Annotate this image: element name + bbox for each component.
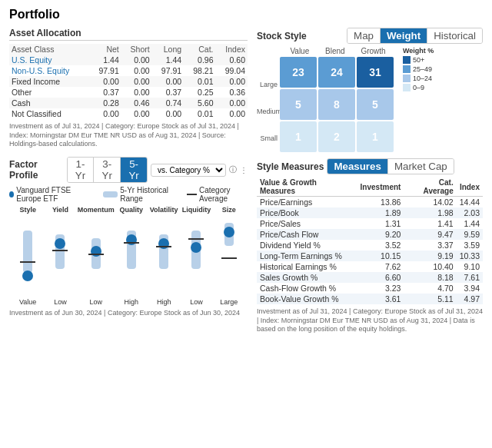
asset-row-long: 0.00 xyxy=(152,108,184,119)
weight-label: 0–9 xyxy=(413,84,424,91)
asset-row-long: 0.74 xyxy=(152,98,184,108)
weight-label: 50+ xyxy=(413,56,424,64)
col-labels: Value Blend Growth xyxy=(257,47,394,55)
asset-row-long: 1.44 xyxy=(152,55,184,65)
measures-col-name: Value & Growth Measures xyxy=(257,178,357,197)
factor-cat-line xyxy=(20,261,35,263)
measure-cat-avg: 1.98 xyxy=(404,207,456,218)
weight-swatch xyxy=(403,84,411,91)
asset-row-index: 0.00 xyxy=(216,98,248,108)
measures-row: Dividend Yield % 3.52 3.37 3.59 xyxy=(257,240,483,251)
measure-name: Historical Earnings % xyxy=(257,261,357,272)
style-measures-header: Style Measures Measures Market Cap xyxy=(257,158,483,174)
asset-row-name: Cash xyxy=(9,98,89,108)
tab-historical[interactable]: Historical xyxy=(427,28,482,43)
legend-cat-label: Category Average xyxy=(199,186,248,203)
asset-row-index: 0.36 xyxy=(216,87,248,98)
measures-row: Price/Book 1.89 1.98 2.03 xyxy=(257,207,483,218)
grid-with-row-labels: Large Medium Small 232431585121 xyxy=(257,57,394,152)
factor-3yr-button[interactable]: 3-Yr xyxy=(94,158,121,182)
asset-row-index: 0.60 xyxy=(216,55,248,65)
measures-tabs: Measures Market Cap xyxy=(327,158,454,174)
asset-row-net: 0.28 xyxy=(89,98,121,108)
measure-name: Price/Earnings xyxy=(257,197,357,208)
measure-investment: 3.23 xyxy=(357,283,404,294)
measure-investment: 10.15 xyxy=(357,251,404,261)
tab-map[interactable]: Map xyxy=(347,28,381,43)
legend-cat: Category Average xyxy=(187,186,248,203)
asset-row-cat: 98.21 xyxy=(184,65,215,76)
factor-menu-icon[interactable]: ⋮ xyxy=(240,166,248,174)
legend-range-label: 5-Yr Historical Range xyxy=(120,186,178,203)
measure-index: 9.59 xyxy=(457,229,483,240)
style-grid-cell: 1 xyxy=(357,121,394,152)
measures-row: Long-Term Earnings % 10.15 9.19 10.33 xyxy=(257,251,483,261)
factor-cat-line xyxy=(221,257,237,259)
tab-measures[interactable]: Measures xyxy=(327,159,388,174)
asset-row-net: 1.44 xyxy=(89,55,121,65)
measure-index: 14.44 xyxy=(457,197,483,208)
asset-row-short: 0.46 xyxy=(121,98,152,108)
factor-1yr-button[interactable]: 1-Yr xyxy=(68,158,95,182)
factor-col-bot-label: Large xyxy=(220,298,238,306)
measure-cat-avg: 4.70 xyxy=(404,283,456,294)
weight-label: 10–24 xyxy=(413,75,432,82)
asset-row-name: Not Classified xyxy=(9,108,89,119)
style-grid-cell: 5 xyxy=(280,89,317,120)
factor-cat-line xyxy=(124,242,139,244)
factor-col-top-label: Size xyxy=(222,206,236,214)
asset-row-name: U.S. Equity xyxy=(9,55,89,65)
factor-col-bot-label: Low xyxy=(54,298,67,306)
factor-col-liquidity: LiquidityLow xyxy=(181,206,211,306)
asset-row-net: 97.91 xyxy=(89,65,121,76)
weight-legend-item: 10–24 xyxy=(403,75,434,82)
fund-dot-icon xyxy=(9,191,14,197)
asset-allocation-section: Asset Allocation Asset Class Net Short L… xyxy=(9,28,248,149)
factor-bar-container xyxy=(121,215,142,296)
measure-name: Book-Value Growth % xyxy=(257,294,357,304)
style-grid-cell: 2 xyxy=(318,121,355,152)
factor-cat-line xyxy=(156,246,171,247)
factor-5yr-button[interactable]: 5-Yr xyxy=(121,158,147,182)
measures-row: Cash-Flow Growth % 3.23 4.70 3.94 xyxy=(257,283,483,294)
factor-info-icon[interactable]: ⓘ xyxy=(229,164,237,175)
weight-label: 25–49 xyxy=(413,65,432,73)
factor-col-bot-label: High xyxy=(125,298,139,306)
weight-swatch xyxy=(403,75,411,82)
tab-market-cap[interactable]: Market Cap xyxy=(388,159,454,174)
factor-col-bot-label: High xyxy=(157,298,171,306)
asset-row-index: 99.04 xyxy=(216,65,248,76)
asset-row-name: Other xyxy=(9,87,89,98)
style-grid-cell: 1 xyxy=(280,121,317,152)
factor-cat-line xyxy=(188,238,204,240)
asset-row-long: 97.91 xyxy=(152,65,184,76)
factor-time-buttons: 1-Yr 3-Yr 5-Yr xyxy=(67,157,148,183)
col-cat: Cat. xyxy=(184,44,215,55)
measures-row: Book-Value Growth % 3.61 5.11 4.97 xyxy=(257,294,483,304)
measure-investment: 1.31 xyxy=(357,218,404,229)
measure-investment: 13.86 xyxy=(357,197,404,208)
factor-col-top-label: Liquidity xyxy=(182,206,211,214)
measure-name: Price/Cash Flow xyxy=(257,229,357,240)
stock-style-grid-wrapper: Value Blend Growth Large Medium Small 2 xyxy=(257,47,394,152)
style-measures-section: Style Measures Measures Market Cap Value… xyxy=(257,158,483,334)
style-grid-cell: 8 xyxy=(318,89,355,120)
factor-bar-container xyxy=(153,215,175,296)
factor-footnote: Investment as of Jun 30, 2024 | Category… xyxy=(9,309,248,318)
measure-investment: 3.52 xyxy=(357,240,404,251)
asset-row-cat: 0.01 xyxy=(184,108,215,119)
factor-vs-select[interactable]: vs. Category % xyxy=(151,164,226,177)
factor-col-bot-label: Value xyxy=(19,298,36,306)
asset-row-net: 0.00 xyxy=(89,108,121,119)
factor-chart: StyleValueYieldLowMomentumLowQualityHigh… xyxy=(9,206,248,306)
measure-cat-avg: 10.40 xyxy=(404,261,456,272)
tab-weight[interactable]: Weight xyxy=(381,28,427,43)
range-icon xyxy=(103,191,118,197)
factor-bar-container xyxy=(49,215,71,296)
col-net: Net xyxy=(89,44,121,55)
factor-cat-line xyxy=(52,250,68,251)
factor-col-bot-label: Low xyxy=(190,298,203,306)
measure-investment: 6.60 xyxy=(357,272,404,283)
measure-cat-avg: 3.37 xyxy=(404,240,456,251)
asset-row-long: 0.37 xyxy=(152,87,184,98)
